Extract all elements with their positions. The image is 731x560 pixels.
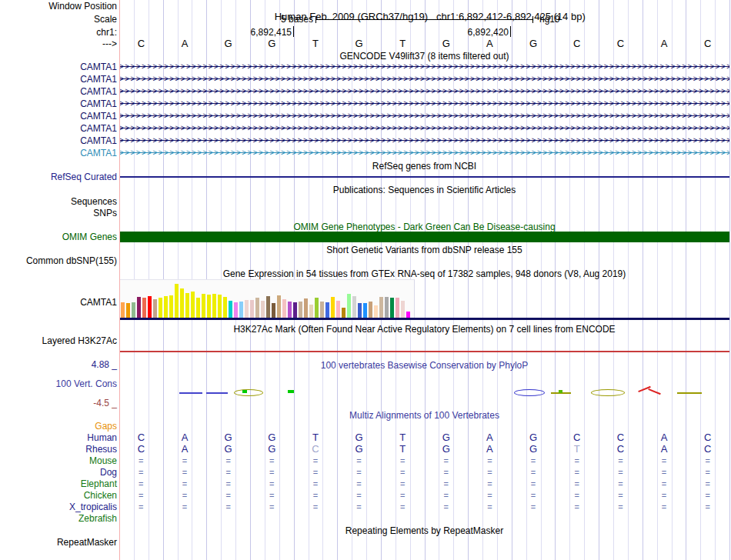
- alignment-base-cell: C: [686, 444, 729, 455]
- sequence-base: C: [119, 38, 163, 49]
- gtex-tissue-bar[interactable]: [255, 298, 259, 318]
- gtex-tissue-bar[interactable]: [379, 297, 383, 318]
- gtex-tissue-bar[interactable]: [315, 298, 319, 318]
- alignment-gap-cell: =: [643, 502, 686, 512]
- gtex-tissue-bar[interactable]: [229, 301, 232, 318]
- gtex-tissue-bar[interactable]: [126, 303, 130, 318]
- gtex-tissue-bar[interactable]: [320, 302, 324, 318]
- gencode-gene-label: CAMTA1: [80, 111, 117, 122]
- gtex-baseline: [119, 318, 729, 320]
- gtex-tissue-bar[interactable]: [175, 284, 179, 318]
- scale-assembly-label: hg19: [539, 14, 560, 25]
- gtex-tissue-bar[interactable]: [363, 303, 367, 318]
- gtex-tissue-bar[interactable]: [331, 297, 335, 318]
- alignment-gap-cell: =: [381, 502, 425, 512]
- chrom-label: chr1:: [96, 27, 117, 38]
- gtex-tissue-bar[interactable]: [309, 305, 313, 318]
- alignment-row-rhesus[interactable]: CAGGCGTGAGTCAC: [119, 444, 729, 455]
- gtex-tissue-bar[interactable]: [169, 295, 173, 318]
- gtex-tissue-bar[interactable]: [153, 299, 157, 318]
- alignment-row-x_tropicalis[interactable]: ==============: [119, 502, 729, 512]
- h3k27ac-baseline[interactable]: [119, 351, 729, 352]
- gtex-tissue-bar[interactable]: [299, 302, 302, 318]
- conservation-ellipse: [234, 389, 263, 396]
- alignment-row-dog[interactable]: ==============: [119, 467, 729, 478]
- gtex-tissue-bar[interactable]: [218, 295, 222, 318]
- gencode-gene-item[interactable]: >>>>>>>>>>>>>>>>>>>>>>>>>>>>>>>>>>>>>>>>…: [119, 136, 729, 145]
- alignment-gap-cell: =: [337, 502, 381, 512]
- gencode-gene-item[interactable]: >>>>>>>>>>>>>>>>>>>>>>>>>>>>>>>>>>>>>>>>…: [119, 148, 729, 158]
- gtex-tissue-bar[interactable]: [202, 294, 205, 318]
- gencode-gene-item[interactable]: >>>>>>>>>>>>>>>>>>>>>>>>>>>>>>>>>>>>>>>>…: [119, 87, 729, 96]
- alignment-gap-cell: =: [250, 455, 294, 466]
- gtex-tissue-bar[interactable]: [148, 296, 152, 318]
- alignment-gap-cell: =: [250, 467, 294, 478]
- gtex-tissue-bar[interactable]: [272, 303, 275, 318]
- omim-gene-bar[interactable]: [119, 232, 729, 242]
- gencode-gene-label: CAMTA1: [80, 148, 117, 158]
- gtex-tissue-bar[interactable]: [293, 302, 297, 318]
- strand-direction-label: --->: [102, 38, 117, 49]
- gtex-tissue-bar[interactable]: [191, 292, 195, 318]
- gencode-gene-item[interactable]: >>>>>>>>>>>>>>>>>>>>>>>>>>>>>>>>>>>>>>>>…: [119, 75, 729, 84]
- gtex-tissue-bar[interactable]: [374, 305, 378, 318]
- gtex-tissue-bar[interactable]: [401, 301, 405, 318]
- gtex-tissue-bar[interactable]: [239, 302, 243, 318]
- alignment-gap-cell: =: [468, 490, 512, 501]
- gencode-gene-item[interactable]: >>>>>>>>>>>>>>>>>>>>>>>>>>>>>>>>>>>>>>>>…: [119, 99, 729, 108]
- alignment-base-cell: C: [294, 444, 338, 455]
- gencode-gene-item[interactable]: >>>>>>>>>>>>>>>>>>>>>>>>>>>>>>>>>>>>>>>>…: [119, 112, 729, 121]
- alignment-row-human[interactable]: CAGGTGTGAGCCAC: [119, 432, 729, 443]
- gtex-tissue-bar[interactable]: [288, 302, 292, 318]
- gtex-tissue-bar[interactable]: [396, 298, 399, 318]
- gtex-tissue-bar[interactable]: [325, 302, 329, 318]
- gtex-tissue-bar[interactable]: [352, 296, 356, 318]
- gtex-tissue-bar[interactable]: [336, 301, 340, 318]
- gtex-tissue-bar[interactable]: [358, 303, 362, 318]
- gtex-tissue-bar[interactable]: [347, 294, 351, 318]
- gtex-tissue-bar[interactable]: [277, 295, 281, 318]
- alignment-gap-cell: =: [250, 502, 294, 512]
- gtex-tissue-bar[interactable]: [282, 299, 286, 318]
- gtex-tissue-bar[interactable]: [223, 297, 227, 318]
- alignment-row-chicken[interactable]: ==============: [119, 490, 729, 501]
- gtex-tissue-bar[interactable]: [185, 293, 189, 318]
- strand-arrows: >>>>>>>>>>>>>>>>>>>>>>>>>>>>>>>>>>>>>>>>…: [119, 87, 729, 96]
- alignment-base-cell: A: [643, 432, 686, 443]
- gtex-tissue-bar[interactable]: [196, 298, 200, 318]
- gtex-tissue-bar[interactable]: [406, 312, 410, 318]
- repeatmasker-bar[interactable]: [119, 535, 729, 546]
- omim-genes-label: OMIM Genes: [62, 232, 117, 242]
- gtex-tissue-bar[interactable]: [261, 301, 265, 318]
- gtex-tissue-bar[interactable]: [164, 296, 168, 318]
- gtex-tissue-bar[interactable]: [212, 294, 216, 318]
- gtex-tissue-bar[interactable]: [121, 302, 125, 318]
- gtex-tissue-bar[interactable]: [245, 300, 249, 318]
- gencode-gene-item[interactable]: >>>>>>>>>>>>>>>>>>>>>>>>>>>>>>>>>>>>>>>>…: [119, 124, 729, 133]
- gtex-tissue-bar[interactable]: [207, 295, 211, 318]
- refseq-curated-item[interactable]: [119, 176, 729, 178]
- alignment-row-elephant[interactable]: ==============: [119, 478, 729, 489]
- gtex-track-title: Gene Expression in 54 tissues from GTEx …: [119, 268, 729, 279]
- strand-arrows: >>>>>>>>>>>>>>>>>>>>>>>>>>>>>>>>>>>>>>>>…: [119, 112, 729, 121]
- gencode-gene-item[interactable]: >>>>>>>>>>>>>>>>>>>>>>>>>>>>>>>>>>>>>>>>…: [119, 62, 729, 72]
- gtex-tissue-bar[interactable]: [132, 302, 135, 318]
- gtex-tissue-bar[interactable]: [390, 298, 394, 318]
- gtex-tissue-bar[interactable]: [369, 302, 372, 318]
- gtex-tissue-bar[interactable]: [266, 296, 270, 318]
- alignment-row-mouse[interactable]: ==============: [119, 455, 729, 466]
- gtex-tissue-bar[interactable]: [250, 300, 254, 318]
- alignment-base-cell: T: [381, 432, 425, 443]
- gtex-tissue-bar[interactable]: [137, 297, 141, 318]
- gtex-tissue-bar[interactable]: [234, 302, 238, 318]
- gtex-tissue-bar[interactable]: [304, 298, 308, 318]
- strand-arrows: >>>>>>>>>>>>>>>>>>>>>>>>>>>>>>>>>>>>>>>>…: [119, 136, 729, 145]
- gencode-track-title: GENCODE V49lift37 (8 items filtered out): [119, 51, 729, 62]
- alignment-gap-cell: =: [337, 490, 381, 501]
- gtex-tissue-bar[interactable]: [180, 288, 184, 318]
- gtex-tissue-bar[interactable]: [159, 298, 162, 318]
- alignment-gap-cell: =: [424, 490, 468, 501]
- gtex-tissue-bar[interactable]: [385, 297, 389, 318]
- gtex-tissue-bar[interactable]: [142, 298, 146, 318]
- gtex-tissue-bar[interactable]: [342, 308, 345, 318]
